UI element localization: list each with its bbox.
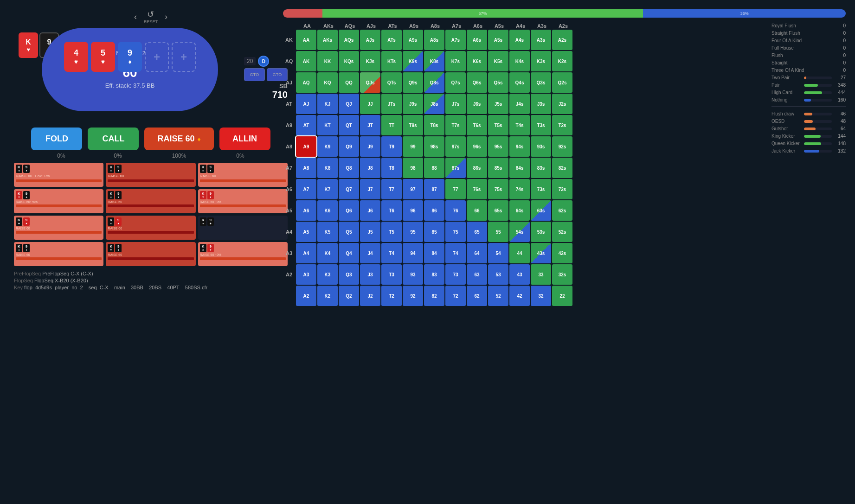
allin-button[interactable]: ALLIN (219, 128, 270, 150)
hand-k9-8[interactable]: K♦ 9♥ RAISE 60 (106, 216, 195, 240)
range-cell-2-3[interactable]: QJs (360, 72, 380, 93)
range-cell-11-3[interactable]: J3 (360, 264, 380, 285)
range-cell-4-9[interactable]: T5s (488, 115, 508, 135)
range-cell-5-1[interactable]: K9 (317, 136, 338, 157)
range-cell-3-0[interactable]: AJ (296, 94, 316, 114)
range-cell-0-12[interactable]: A2s (552, 30, 572, 50)
range-cell-1-9[interactable]: K5s (488, 51, 508, 71)
range-cell-12-7[interactable]: 72 (445, 286, 466, 306)
range-cell-9-1[interactable]: K5 (317, 222, 338, 242)
range-cell-12-12[interactable]: 22 (552, 286, 572, 306)
range-cell-12-0[interactable]: A2 (296, 286, 316, 306)
hand-k9-3[interactable]: K♠ 9♦ RAISE 60 (198, 163, 288, 187)
range-cell-9-0[interactable]: A5 (296, 222, 316, 242)
range-cell-5-6[interactable]: 98s (424, 136, 444, 157)
range-cell-4-8[interactable]: T6s (467, 115, 487, 135)
range-cell-4-11[interactable]: T3s (531, 115, 551, 135)
range-cell-5-3[interactable]: J9 (360, 136, 380, 157)
range-cell-7-4[interactable]: T7 (381, 179, 402, 199)
hand-k9-1[interactable]: K♠ 9♦ RAISE 60 · Fold: 0% (14, 163, 103, 187)
range-cell-9-12[interactable]: 52s (552, 222, 572, 242)
range-cell-10-5[interactable]: 94 (403, 243, 423, 263)
range-cell-11-12[interactable]: 32s (552, 264, 572, 285)
fold-button[interactable]: FOLD (31, 128, 82, 150)
range-cell-1-6[interactable]: K8s (424, 51, 444, 71)
range-cell-0-8[interactable]: A6s (467, 30, 487, 50)
range-cell-10-12[interactable]: 42s (552, 243, 572, 263)
range-cell-4-4[interactable]: TT (381, 115, 402, 135)
range-grid[interactable]: AAAKsAQsAJsATsA9sA8sA7sA6sA5sA4sA3sA2sAK… (296, 30, 572, 306)
range-cell-7-7[interactable]: 77 (445, 179, 466, 199)
range-cell-0-6[interactable]: A8s (424, 30, 444, 50)
range-cell-10-7[interactable]: 74 (445, 243, 466, 263)
gto-btn-1[interactable]: GTO (244, 68, 265, 81)
range-cell-6-2[interactable]: Q8 (339, 158, 359, 178)
range-cell-0-5[interactable]: A9s (403, 30, 423, 50)
hand-k9-4[interactable]: K♥ 9♠ RAISE 60: %% (14, 189, 103, 213)
range-cell-4-2[interactable]: QT (339, 115, 359, 135)
range-cell-9-2[interactable]: Q5 (339, 222, 359, 242)
range-cell-8-5[interactable]: 96 (403, 200, 423, 221)
range-cell-2-12[interactable]: Q2s (552, 72, 572, 93)
range-cell-11-2[interactable]: Q3 (339, 264, 359, 285)
range-cell-1-4[interactable]: KTs (381, 51, 402, 71)
hand-k9-2[interactable]: K♠ 9♦ RAISE 60 (106, 163, 195, 187)
range-cell-12-6[interactable]: 82 (424, 286, 444, 306)
range-cell-1-8[interactable]: K6s (467, 51, 487, 71)
range-cell-3-9[interactable]: J5s (488, 94, 508, 114)
hand-k9-5[interactable]: K♦ 9♠ RAISE 60 (106, 189, 195, 213)
hand-k9-12[interactable]: K♣ 9♥ RAISE 60 · 0% (198, 242, 288, 266)
range-cell-0-7[interactable]: A7s (445, 30, 466, 50)
range-cell-0-10[interactable]: A4s (509, 30, 530, 50)
range-cell-3-7[interactable]: J7s (445, 94, 466, 114)
range-cell-1-3[interactable]: KJs (360, 51, 380, 71)
range-cell-9-8[interactable]: 65 (467, 222, 487, 242)
range-cell-6-0[interactable]: A8 (296, 158, 316, 178)
range-cell-2-10[interactable]: Q4s (509, 72, 530, 93)
range-cell-9-6[interactable]: 85 (424, 222, 444, 242)
range-cell-6-3[interactable]: J8 (360, 158, 380, 178)
range-cell-11-10[interactable]: 43 (509, 264, 530, 285)
range-cell-9-3[interactable]: J5 (360, 222, 380, 242)
range-cell-1-11[interactable]: K3s (531, 51, 551, 71)
range-cell-2-11[interactable]: Q3s (531, 72, 551, 93)
range-cell-4-12[interactable]: T2s (552, 115, 572, 135)
range-cell-11-7[interactable]: 73 (445, 264, 466, 285)
range-cell-11-9[interactable]: 53 (488, 264, 508, 285)
range-cell-10-4[interactable]: T4 (381, 243, 402, 263)
range-cell-3-5[interactable]: J9s (403, 94, 423, 114)
range-cell-5-2[interactable]: Q9 (339, 136, 359, 157)
range-cell-8-2[interactable]: Q6 (339, 200, 359, 221)
range-cell-5-4[interactable]: T9 (381, 136, 402, 157)
range-cell-12-1[interactable]: K2 (317, 286, 338, 306)
range-cell-9-7[interactable]: 75 (445, 222, 466, 242)
range-cell-8-1[interactable]: K6 (317, 200, 338, 221)
range-cell-3-4[interactable]: JTs (381, 94, 402, 114)
range-cell-7-11[interactable]: 73s (531, 179, 551, 199)
range-cell-2-6[interactable]: Q8s (424, 72, 444, 93)
range-cell-9-9[interactable]: 55 (488, 222, 508, 242)
range-cell-8-4[interactable]: T6 (381, 200, 402, 221)
range-cell-4-0[interactable]: AT (296, 115, 316, 135)
hand-k9-10[interactable]: K♦ 9♦ RAISE 60 (14, 242, 103, 266)
range-cell-8-12[interactable]: 62s (552, 200, 572, 221)
range-cell-5-9[interactable]: 95s (488, 136, 508, 157)
range-cell-4-5[interactable]: T9s (403, 115, 423, 135)
range-cell-10-6[interactable]: 84 (424, 243, 444, 263)
range-cell-12-5[interactable]: 92 (403, 286, 423, 306)
range-cell-0-4[interactable]: ATs (381, 30, 402, 50)
range-cell-11-8[interactable]: 63 (467, 264, 487, 285)
range-cell-12-10[interactable]: 42 (509, 286, 530, 306)
range-cell-2-4[interactable]: QTs (381, 72, 402, 93)
range-cell-10-11[interactable]: 43s (531, 243, 551, 263)
range-cell-8-0[interactable]: A6 (296, 200, 316, 221)
range-cell-11-11[interactable]: 33 (531, 264, 551, 285)
range-cell-8-3[interactable]: J6 (360, 200, 380, 221)
range-cell-8-8[interactable]: 66 (467, 200, 487, 221)
range-cell-4-3[interactable]: JT (360, 115, 380, 135)
range-cell-7-12[interactable]: 72s (552, 179, 572, 199)
range-cell-6-10[interactable]: 84s (509, 158, 530, 178)
range-cell-7-0[interactable]: A7 (296, 179, 316, 199)
range-cell-6-7[interactable]: 87s (445, 158, 466, 178)
range-cell-3-3[interactable]: JJ (360, 94, 380, 114)
